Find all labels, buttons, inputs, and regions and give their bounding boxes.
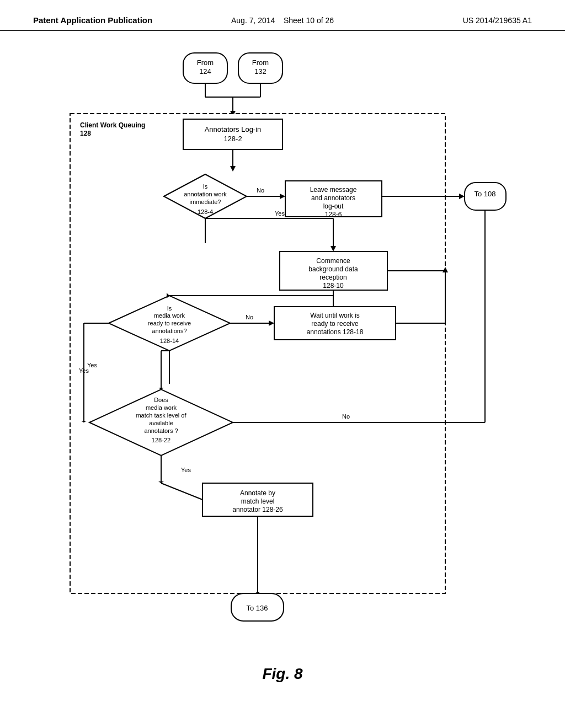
svg-text:match task level of: match task level of — [136, 412, 186, 419]
publication-label: Patent Application Publication — [33, 15, 152, 25]
svg-text:Commence: Commence — [316, 257, 350, 265]
svg-text:annotation work: annotation work — [184, 191, 227, 197]
svg-text:annotations?: annotations? — [152, 328, 187, 334]
patent-number: US 2014/219635 A1 — [463, 16, 532, 25]
svg-text:media work: media work — [154, 312, 185, 319]
svg-text:available: available — [149, 420, 173, 426]
svg-text:128-6: 128-6 — [325, 211, 342, 218]
svg-text:immediate?: immediate? — [190, 199, 221, 205]
page: Patent Application Publication Aug. 7, 2… — [0, 0, 565, 728]
svg-text:Is: Is — [203, 183, 208, 190]
svg-text:No: No — [246, 314, 253, 320]
svg-text:128-2: 128-2 — [223, 135, 242, 143]
header: Patent Application Publication Aug. 7, 2… — [0, 0, 565, 31]
svg-text:128: 128 — [80, 130, 91, 137]
svg-text:Yes: Yes — [275, 210, 285, 217]
header-center: Aug. 7, 2014 Sheet 10 of 26 — [199, 16, 365, 25]
svg-text:128-4: 128-4 — [198, 208, 213, 215]
svg-text:No: No — [257, 187, 264, 194]
svg-text:Client Work Queuing: Client Work Queuing — [80, 121, 145, 129]
svg-text:log-out: log-out — [323, 202, 344, 210]
svg-text:ready to receive: ready to receive — [148, 320, 191, 326]
svg-text:From: From — [252, 58, 269, 67]
svg-text:124: 124 — [199, 67, 211, 76]
date-label: Aug. 7, 2014 — [231, 16, 275, 25]
svg-text:and annotators: and annotators — [311, 194, 355, 202]
svg-text:annotators ?: annotators ? — [144, 427, 178, 434]
svg-text:128-10: 128-10 — [323, 282, 344, 290]
svg-text:Annotate by: Annotate by — [240, 489, 275, 497]
svg-text:To 108: To 108 — [474, 190, 495, 198]
header-right: US 2014/219635 A1 — [366, 16, 532, 25]
svg-text:ready to receive: ready to receive — [311, 320, 359, 328]
flowchart-svg: From 124 From 132 Client Work Queuing 12… — [42, 42, 523, 649]
svg-marker-33 — [459, 194, 465, 199]
svg-text:132: 132 — [254, 67, 266, 76]
svg-text:128-14: 128-14 — [160, 338, 179, 344]
svg-text:Wait until work is: Wait until work is — [310, 312, 360, 319]
header-left: Patent Application Publication — [33, 15, 199, 25]
diagram-area: From 124 From 132 Client Work Queuing 12… — [0, 31, 565, 660]
svg-text:No: No — [342, 413, 350, 420]
svg-text:Yes: Yes — [181, 467, 191, 473]
svg-text:background data: background data — [308, 265, 358, 273]
sheet-label: Sheet 10 of 26 — [284, 16, 334, 25]
svg-text:Annotators Log-in: Annotators Log-in — [205, 125, 262, 133]
svg-text:Does: Does — [154, 397, 168, 403]
svg-text:annotations 128-18: annotations 128-18 — [307, 328, 364, 336]
svg-text:128-22: 128-22 — [152, 437, 170, 443]
svg-text:To 136: To 136 — [246, 604, 268, 612]
svg-text:reception: reception — [319, 274, 347, 281]
figure-label: Fig. 8 — [0, 665, 565, 683]
svg-text:match level: match level — [241, 497, 275, 505]
svg-text:media work: media work — [146, 404, 177, 411]
svg-text:From: From — [197, 58, 214, 67]
svg-text:Is: Is — [167, 305, 172, 312]
svg-text:annotator  128-26: annotator 128-26 — [232, 506, 283, 513]
svg-text:Leave message: Leave message — [310, 186, 357, 194]
